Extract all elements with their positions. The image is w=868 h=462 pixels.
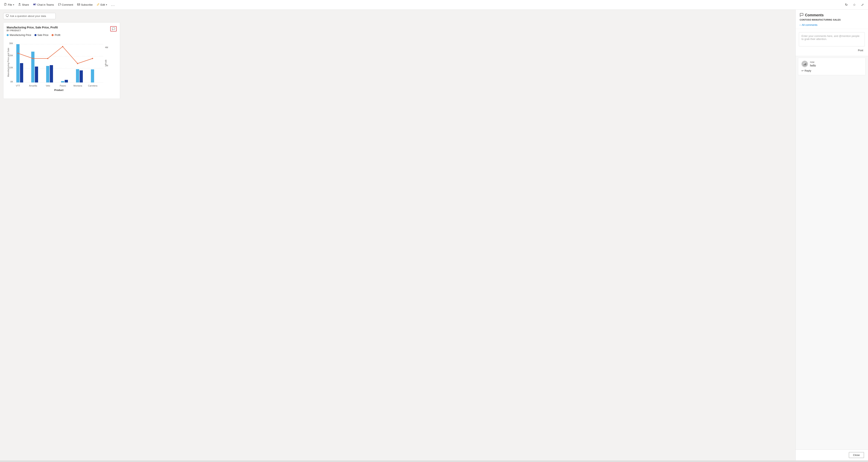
chart-title: Manufacturing Price, Sale Price, Profit <box>7 26 117 29</box>
subscribe-button[interactable]: Subscribe <box>75 2 94 8</box>
comment-button[interactable]: Comment <box>56 2 75 8</box>
comments-panel-icon <box>800 13 803 17</box>
svg-point-31 <box>47 58 49 59</box>
subscribe-icon <box>77 3 80 6</box>
reply-label: Reply <box>805 69 811 72</box>
svg-text:20K: 20K <box>9 54 13 57</box>
comment-time: now <box>810 61 862 63</box>
legend-profit: Profit <box>52 34 60 36</box>
comments-header: Comments CONTOSO MANUFACTURING SALES ‹ A… <box>796 10 868 29</box>
comment-input-placeholder: Enter your comments here, and @mention p… <box>802 34 860 40</box>
comments-report-name: CONTOSO MANUFACTURING SALES <box>800 19 864 21</box>
svg-rect-22 <box>50 65 53 83</box>
share-icon <box>18 3 21 6</box>
chart-comment-indicator[interactable] <box>110 26 117 31</box>
comment-entry-header: now hello <box>802 61 862 67</box>
subscribe-label: Subscribe <box>81 3 93 6</box>
all-comments-back[interactable]: ‹ All comments <box>800 23 864 27</box>
file-chevron: ▾ <box>13 4 14 6</box>
svg-text:Velo: Velo <box>46 85 50 87</box>
svg-rect-45 <box>806 63 806 65</box>
chart-card: Manufacturing Price, Sale Price, Profit … <box>3 22 120 99</box>
svg-rect-43 <box>804 64 804 65</box>
star-icon: ☆ <box>853 3 856 7</box>
canvas-area: Ask a question about your data Manufactu… <box>0 10 796 460</box>
svg-point-32 <box>62 46 63 47</box>
svg-text:4M: 4M <box>105 46 108 49</box>
svg-rect-4 <box>6 15 8 16</box>
svg-rect-26 <box>80 70 83 83</box>
edit-button[interactable]: Edit ▾ <box>95 2 108 8</box>
svg-rect-24 <box>65 80 68 83</box>
favorite-button[interactable]: ☆ <box>851 2 858 8</box>
expand-icon: ⤢ <box>861 3 864 7</box>
svg-text:Product: Product <box>54 89 63 91</box>
legend-mfg-price: Manufacturing Price <box>7 34 31 36</box>
teams-icon <box>33 3 36 6</box>
edit-icon <box>97 3 99 6</box>
svg-text:VTT: VTT <box>16 85 20 87</box>
comments-footer: Close <box>796 450 868 460</box>
svg-rect-25 <box>76 69 79 83</box>
comment-label: Comment <box>62 3 73 6</box>
post-button[interactable]: Post <box>856 48 865 53</box>
bottom-scrollbar[interactable] <box>0 460 868 462</box>
svg-rect-19 <box>31 52 34 83</box>
chart-legend: Manufacturing Price Sale Price Profit <box>7 34 117 36</box>
chart-visual: 30K 20K 10K 0K 4M 2M Manufacturing Price… <box>7 38 117 95</box>
back-chevron-icon: ‹ <box>800 24 801 26</box>
post-button-row: Post <box>799 48 865 53</box>
reply-icon: ↩ <box>802 69 804 72</box>
share-button[interactable]: Share <box>17 2 31 8</box>
svg-rect-23 <box>61 81 64 83</box>
qa-bar[interactable]: Ask a question about your data <box>3 13 56 19</box>
comments-title: Comments <box>805 13 824 17</box>
svg-text:Montana: Montana <box>73 85 83 87</box>
toolbar: File ▾ Share Chat in Teams Comment Subsc… <box>0 0 868 10</box>
svg-rect-18 <box>20 63 23 83</box>
svg-text:10K: 10K <box>9 66 13 69</box>
svg-text:Profit: Profit <box>104 60 107 65</box>
legend-label-sale: Sale Price <box>37 34 49 36</box>
all-comments-label: All comments <box>802 23 817 26</box>
more-button[interactable]: ... <box>110 2 117 8</box>
svg-text:Amarilla: Amarilla <box>29 85 37 87</box>
file-icon <box>4 3 7 6</box>
svg-rect-0 <box>4 3 6 5</box>
chat-in-teams-button[interactable]: Chat in Teams <box>31 2 56 8</box>
legend-label-profit: Profit <box>55 34 60 36</box>
comment-text: hello <box>810 64 862 67</box>
svg-text:Paseo: Paseo <box>60 85 66 87</box>
refresh-button[interactable]: ↻ <box>843 2 849 8</box>
svg-rect-27 <box>91 69 94 83</box>
svg-text:Manufacturing Price and Sale: Manufacturing Price and Sale <box>7 48 9 77</box>
edit-chevron: ▾ <box>106 4 107 6</box>
fullscreen-button[interactable]: ⤢ <box>859 2 866 8</box>
chat-in-teams-label: Chat in Teams <box>37 3 54 6</box>
file-label: File <box>8 3 12 6</box>
file-menu[interactable]: File ▾ <box>2 2 16 8</box>
chart-svg: 30K 20K 10K 0K 4M 2M Manufacturing Price… <box>7 38 112 94</box>
comment-meta: now hello <box>810 61 862 67</box>
svg-rect-44 <box>805 64 805 65</box>
comments-panel: Comments CONTOSO MANUFACTURING SALES ‹ A… <box>796 10 868 460</box>
comment-input-box[interactable]: Enter your comments here, and @mention p… <box>799 32 865 47</box>
svg-point-33 <box>77 63 78 64</box>
qa-icon <box>6 14 9 18</box>
svg-point-29 <box>17 53 19 54</box>
reply-button[interactable]: ↩ Reply <box>802 69 862 72</box>
edit-label: Edit <box>100 3 105 6</box>
qa-placeholder: Ask a question about your data <box>10 15 46 18</box>
more-icon: ... <box>111 3 115 7</box>
comments-scroll-area[interactable]: Enter your comments here, and @mention p… <box>796 29 868 450</box>
avatar <box>802 61 808 67</box>
main-area: Ask a question about your data Manufactu… <box>0 10 868 460</box>
toolbar-right-actions: ↻ ☆ ⤢ <box>843 2 866 8</box>
svg-point-30 <box>32 58 33 59</box>
svg-rect-1 <box>33 4 35 5</box>
comments-title-row: Comments <box>800 13 864 17</box>
svg-text:0K: 0K <box>10 81 13 83</box>
legend-label-mfg: Manufacturing Price <box>10 34 31 36</box>
comment-input-section: Enter your comments here, and @mention p… <box>796 29 868 56</box>
close-button[interactable]: Close <box>849 452 864 458</box>
